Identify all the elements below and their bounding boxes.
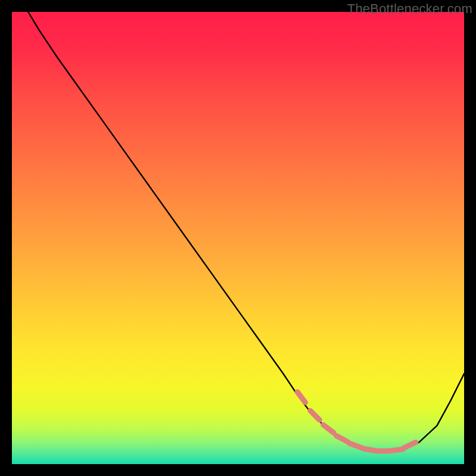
marker-dash xyxy=(390,449,403,451)
marker-dash xyxy=(323,425,333,433)
plot-area xyxy=(12,12,464,464)
marker-dash xyxy=(336,436,347,441)
curve-layer xyxy=(12,12,464,464)
bottleneck-curve xyxy=(26,12,464,450)
watermark-text: TheBottlenecker.com xyxy=(347,1,472,17)
optimal-range-markers xyxy=(298,392,416,451)
marker-dash xyxy=(404,442,416,447)
marker-dash xyxy=(349,443,362,448)
marker-dash xyxy=(298,392,305,403)
marker-dash xyxy=(310,411,320,420)
chart-frame: TheBottlenecker.com xyxy=(0,0,476,476)
